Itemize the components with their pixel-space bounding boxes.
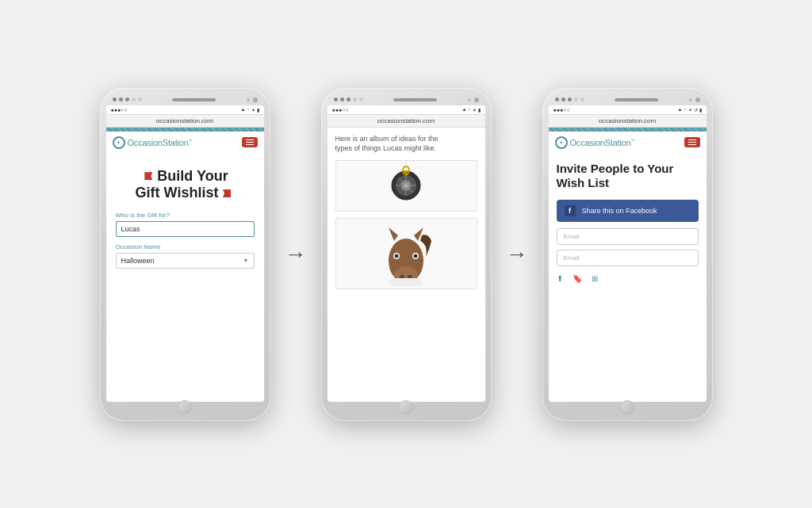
occasion-dropdown[interactable]: Halloween ▼: [116, 253, 255, 269]
status-right: ▲ ↑ ✶ ▮: [241, 107, 259, 113]
phone-3-url-bar[interactable]: occasionstation.com: [549, 114, 707, 128]
signal-icon: ↑: [247, 107, 250, 112]
phone-1-top-bar: [106, 96, 264, 105]
signal-dots: ●●●○○: [553, 107, 570, 113]
phone-1-bottom: [106, 402, 264, 413]
signal-dots: ●●●○○: [332, 107, 349, 113]
dot-2: [340, 97, 344, 101]
signal-icon: ↑: [469, 107, 471, 112]
phone-1-app-header: ✦ OccasionStation™: [106, 132, 264, 154]
facebook-share-button[interactable]: f Share this on Facebook: [557, 200, 699, 222]
camera: [253, 97, 258, 102]
phone-3-bottom: [549, 402, 707, 413]
phone-1-screen: ●●●○○ ▲ ↑ ✶ ▮ occasionstation.com ✦: [106, 105, 264, 402]
title-line-1: Build Your: [141, 168, 228, 185]
phone-3-url: occasionstation.com: [599, 117, 656, 124]
phone-3-content: Invite People to Your Wish List f Share …: [549, 154, 707, 402]
phone-3-camera: [689, 97, 700, 102]
menu-line-1: [688, 139, 696, 141]
logo-icon: ✦: [113, 136, 125, 149]
bookmark-icon: 🔖: [573, 274, 582, 283]
svg-rect-21: [390, 278, 422, 286]
phone-3-dots: [555, 97, 584, 101]
album-image-2: [335, 218, 477, 289]
status-right: ▲ ↑ ✶ ▮: [462, 107, 481, 113]
battery-icon: ▮: [257, 107, 259, 113]
dot-4: [353, 97, 357, 101]
status-left: ●●●○○: [111, 107, 128, 113]
dot-5: [580, 97, 584, 101]
camera: [695, 97, 700, 102]
phone-3-bottom-icons: ⬆ 🔖 ⊞: [557, 271, 699, 286]
phone-1-url: occasionstation.com: [156, 117, 213, 124]
email-field-1[interactable]: Email: [557, 228, 699, 245]
home-button-3[interactable]: [620, 400, 634, 414]
status-left: ●●●○○: [332, 107, 349, 113]
battery-icon: ▮: [699, 107, 702, 113]
album-text: Here is an album of ideas for the types …: [335, 134, 477, 154]
phone-2-url-bar[interactable]: occasionstation.com: [327, 114, 485, 128]
phone-3-screen: ●●●○○ ▲ ↑ ✶ ↺ ▮ occasionstation.com ✦: [549, 105, 707, 402]
logo-container: ✦ OccasionStation™: [113, 136, 193, 149]
phone-1-speaker: [172, 98, 216, 101]
dot-3: [125, 97, 129, 101]
camera: [474, 97, 479, 102]
grid-icon: ⊞: [592, 274, 598, 283]
phone-3-status-bar: ●●●○○ ▲ ↑ ✶ ↺ ▮: [549, 105, 707, 114]
occasion-field-label: Occasion Name: [116, 243, 255, 250]
wifi-icon: ▲: [241, 107, 246, 112]
svg-point-20: [414, 254, 418, 258]
phone-3-speaker: [615, 98, 658, 101]
phone-2-content: Here is an album of ideas for the types …: [327, 128, 485, 402]
dot-5: [138, 97, 142, 101]
wifi-icon: ▲: [462, 107, 467, 112]
dot-4: [132, 97, 136, 101]
phone-1-url-bar[interactable]: occasionstation.com: [106, 114, 264, 128]
svg-point-14: [400, 275, 404, 278]
status-left: ●●●○○: [553, 107, 570, 113]
email-field-2[interactable]: Email: [557, 250, 699, 266]
menu-button-3[interactable]: [684, 137, 700, 148]
svg-point-18: [395, 254, 399, 258]
menu-line-1: [246, 139, 254, 141]
dot-1: [555, 97, 559, 101]
arrow-1: →: [285, 242, 307, 267]
phone-2: ●●●○○ ▲ ↑ ✶ ▮ occasionstation.com Here i…: [321, 88, 492, 421]
menu-line-3: [688, 144, 696, 146]
title-line-2: Gift Wishlist: [136, 185, 235, 202]
dot-5: [359, 97, 363, 101]
logo-text-3: OccasionStation™: [570, 138, 635, 147]
dot-2: [561, 97, 565, 101]
menu-button[interactable]: [242, 137, 258, 148]
facebook-icon: f: [565, 205, 576, 216]
phone-3-app-header: ✦ OccasionStation™: [549, 132, 707, 154]
build-title: Build Your Gift Wishlist: [116, 168, 255, 202]
dot-3: [347, 97, 350, 101]
phone-2-status-bar: ●●●○○ ▲ ↑ ✶ ▮: [327, 105, 485, 114]
phone-3: ●●●○○ ▲ ↑ ✶ ↺ ▮ occasionstation.com ✦: [542, 88, 713, 421]
fb-label: Share this on Facebook: [582, 207, 657, 215]
menu-line-2: [246, 142, 254, 143]
phone-3-top-bar: [549, 96, 707, 105]
logo-icon-3: ✦: [555, 136, 568, 149]
phone-1: ●●●○○ ▲ ↑ ✶ ▮ occasionstation.com ✦: [100, 88, 270, 421]
phone-2-bottom: [327, 402, 485, 413]
menu-line-2: [688, 142, 696, 143]
sensor: [689, 98, 692, 101]
gift-field-input[interactable]: Lucas: [116, 221, 255, 237]
home-button[interactable]: [178, 400, 192, 414]
phone-1-status-bar: ●●●○○ ▲ ↑ ✶ ▮: [106, 105, 264, 114]
phone-2-camera: [468, 97, 479, 102]
phone-1-dots: [113, 97, 142, 101]
bt-icon: ✶: [251, 107, 255, 113]
refresh-icon: ↺: [694, 107, 698, 113]
menu-line-3: [246, 144, 254, 146]
phone-2-screen: ●●●○○ ▲ ↑ ✶ ▮ occasionstation.com Here i…: [327, 105, 485, 402]
gift-field-label: Who is the Gift for?: [116, 212, 255, 219]
home-button-2[interactable]: [399, 400, 413, 414]
share-icon: ⬆: [557, 274, 563, 283]
phone-1-camera: [247, 97, 258, 102]
dot-2: [119, 97, 123, 101]
sensor: [468, 98, 471, 101]
dot-4: [574, 97, 578, 101]
